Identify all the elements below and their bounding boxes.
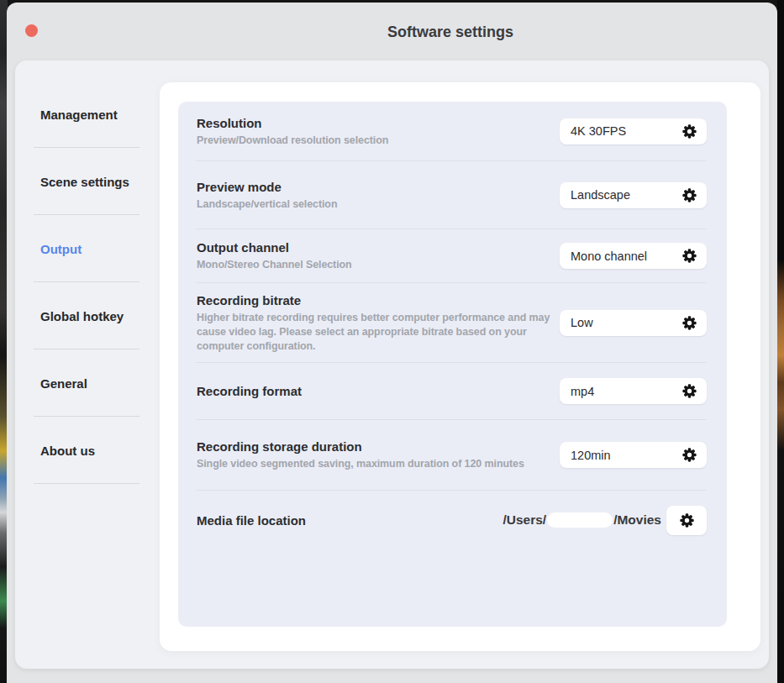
media-path-prefix: /Users/ [502, 512, 546, 528]
preview-mode-value: Landscape [571, 188, 630, 202]
media-path-suffix: /Movies [613, 512, 661, 528]
setting-text: Preview mode Landscape/vertical selectio… [197, 179, 337, 212]
setting-row-resolution: Resolution Preview/Download resolution s… [178, 102, 727, 160]
recording-bitrate-select-button[interactable]: Low [560, 310, 707, 336]
storage-duration-select-button[interactable]: 120min [560, 442, 707, 468]
output-channel-value: Mono channel [571, 250, 647, 263]
gear-icon [680, 513, 694, 528]
gear-icon [682, 249, 697, 263]
redaction-overlay [547, 512, 613, 528]
setting-title: Media file location [197, 512, 306, 528]
resolution-value: 4K 30FPS [571, 124, 626, 138]
desktop-background-right-strip [777, 0, 784, 683]
sidebar-item-output[interactable]: Output [15, 215, 160, 282]
gear-icon [682, 316, 697, 330]
output-channel-select-button[interactable]: Mono channel [560, 243, 707, 269]
gear-icon [682, 448, 697, 462]
setting-title: Recording bitrate [197, 292, 560, 308]
settings-body: Management Scene settings Output Global … [15, 60, 769, 669]
setting-text: Resolution Preview/Download resolution s… [197, 115, 388, 148]
window-title: Software settings [387, 24, 513, 41]
sidebar-item-general[interactable]: General [15, 349, 160, 417]
setting-text: Recording format [197, 383, 302, 399]
resolution-select-button[interactable]: 4K 30FPS [560, 118, 707, 144]
recording-format-select-button[interactable]: mp4 [560, 378, 707, 404]
sidebar-item-scene-settings[interactable]: Scene settings [15, 148, 160, 215]
gear-icon [682, 188, 697, 202]
sidebar-item-global-hotkey[interactable]: Global hotkey [15, 282, 160, 349]
sidebar-item-label: Management [40, 108, 118, 122]
sidebar-item-label: Output [40, 242, 82, 256]
setting-subtitle: Higher bitrate recording requires better… [197, 311, 560, 354]
setting-row-recording-format: Recording format mp4 [178, 363, 727, 419]
storage-duration-value: 120min [571, 449, 611, 462]
setting-title: Preview mode [197, 179, 337, 195]
sidebar-item-label: About us [40, 444, 95, 458]
recording-bitrate-value: Low [571, 316, 593, 329]
title-bar: Software settings [7, 3, 777, 60]
setting-text: Output channel Mono/Stereo Channel Selec… [197, 239, 352, 272]
setting-subtitle: Landscape/vertical selection [197, 197, 337, 212]
sidebar-item-about-us[interactable]: About us [15, 417, 160, 484]
setting-subtitle: Single video segmented saving, maximum d… [197, 457, 524, 471]
media-location-settings-button[interactable] [666, 506, 707, 535]
output-settings-card: Resolution Preview/Download resolution s… [160, 82, 760, 651]
sidebar-item-management[interactable]: Management [15, 81, 160, 148]
setting-text: Recording storage duration Single video … [197, 439, 524, 471]
setting-row-media-file-location: Media file location /Users//Movies [178, 491, 727, 549]
output-settings-panel: Resolution Preview/Download resolution s… [178, 102, 727, 627]
preview-mode-select-button[interactable]: Landscape [560, 182, 707, 208]
setting-text: Recording bitrate Higher bitrate recordi… [197, 292, 560, 354]
media-location-controls: /Users//Movies [502, 506, 707, 535]
setting-subtitle: Preview/Download resolution selection [197, 134, 388, 148]
setting-row-preview-mode: Preview mode Landscape/vertical selectio… [178, 161, 727, 229]
sidebar-item-label: Scene settings [40, 175, 129, 189]
setting-row-output-channel: Output channel Mono/Stereo Channel Selec… [178, 229, 727, 282]
setting-title: Recording format [197, 383, 302, 399]
settings-window: Software settings Management Scene setti… [7, 3, 777, 683]
setting-title: Recording storage duration [197, 439, 524, 454]
setting-row-recording-bitrate: Recording bitrate Higher bitrate recordi… [178, 283, 727, 362]
gear-icon [682, 124, 697, 139]
sidebar-item-label: General [40, 376, 87, 391]
recording-format-value: mp4 [571, 385, 594, 398]
setting-row-storage-duration: Recording storage duration Single video … [178, 420, 727, 490]
setting-text: Media file location [197, 512, 306, 528]
media-file-path: /Users//Movies [502, 512, 661, 528]
gear-icon [682, 384, 697, 398]
sidebar-item-label: Global hotkey [40, 309, 124, 323]
setting-subtitle: Mono/Stereo Channel Selection [197, 258, 352, 272]
close-button[interactable] [25, 24, 38, 37]
setting-title: Resolution [197, 115, 388, 131]
sidebar: Management Scene settings Output Global … [15, 81, 160, 484]
setting-title: Output channel [197, 239, 352, 255]
